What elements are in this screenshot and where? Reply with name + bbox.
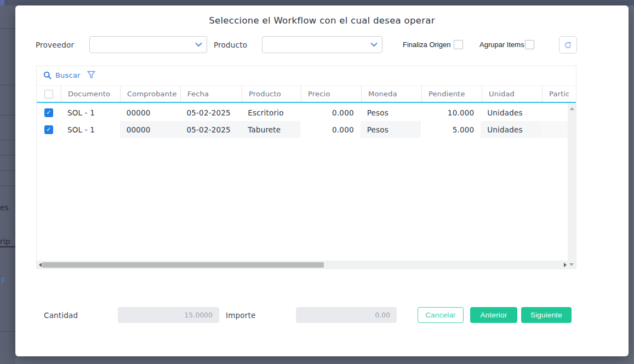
workflow-dialog: Seleccione el Workflow con el cual desea… — [15, 5, 629, 356]
cell-pendiente: 5.000 — [421, 121, 481, 138]
proveedor-select[interactable] — [89, 36, 207, 53]
sidebar-divider — [0, 140, 15, 140]
sidebar-divider — [0, 170, 15, 171]
cell-partida — [541, 104, 568, 121]
sidebar-divider — [0, 155, 15, 155]
col-header-precio[interactable]: Precio — [301, 86, 361, 102]
next-button[interactable]: Siguiente — [521, 307, 572, 323]
background-underline — [0, 246, 15, 247]
chevron-down-icon — [370, 43, 378, 47]
col-header-documento[interactable]: Documento — [61, 86, 120, 102]
cell-precio: 0.000 — [300, 104, 361, 121]
cell-unidad: Unidades — [481, 104, 541, 121]
screen: es rip F Seleccione el Workflow con el c… — [0, 0, 634, 364]
col-header-fecha[interactable]: Fecha — [180, 86, 242, 102]
importe-input[interactable] — [296, 307, 397, 323]
horizontal-scrollbar[interactable] — [37, 261, 576, 269]
table-row[interactable]: ✓ SOL - 1 00000 05-02-2025 Escritorio 0.… — [37, 104, 568, 121]
cell-documento: SOL - 1 — [61, 121, 120, 138]
importe-label: Importe — [226, 307, 256, 323]
rotate-right-icon — [563, 40, 573, 50]
header-checkbox-cell — [37, 86, 61, 102]
select-all-checkbox[interactable] — [44, 90, 53, 99]
filter-funnel-icon[interactable] — [87, 71, 96, 79]
buscar-link[interactable]: Buscar — [55, 71, 81, 79]
agrupar-items-checkbox[interactable] — [525, 40, 534, 49]
background-top-accent — [0, 0, 4, 5]
cell-fecha: 05-02-2025 — [180, 121, 241, 138]
cantidad-input[interactable] — [118, 307, 219, 323]
sidebar-divider — [0, 331, 15, 332]
cell-precio: 0.000 — [300, 121, 361, 138]
col-header-partida[interactable]: Partida — [542, 86, 569, 102]
previous-button[interactable]: Anterior — [470, 307, 517, 323]
cell-producto: Taburete — [241, 121, 300, 138]
producto-label: Producto — [214, 36, 247, 53]
chevron-down-icon — [195, 43, 202, 47]
finaliza-origen-label: Finaliza Origen — [403, 36, 450, 53]
sidebar-divider — [0, 28, 15, 29]
cantidad-label: Cantidad — [44, 307, 78, 323]
background-text-fragment: es — [0, 203, 15, 212]
grid-header-row: Documento Comprobante Fecha Producto Pre… — [37, 85, 576, 103]
cell-moneda: Pesos — [361, 121, 421, 138]
sidebar-divider — [0, 85, 15, 85]
col-header-comprobante[interactable]: Comprobante — [120, 86, 180, 102]
check-icon: ✓ — [46, 126, 51, 133]
row-checkbox[interactable]: ✓ — [44, 108, 53, 117]
table-row[interactable]: ✓ SOL - 1 00000 05-02-2025 Taburete 0.00… — [37, 121, 568, 138]
producto-select[interactable] — [262, 36, 382, 53]
sidebar-divider — [0, 115, 15, 115]
agrupar-items-label: Agrupar Items — [479, 36, 524, 53]
cancel-button[interactable]: Cancelar — [418, 307, 464, 323]
background-sidebar — [0, 5, 15, 364]
scroll-left-arrow-icon[interactable] — [39, 263, 42, 267]
col-header-moneda[interactable]: Moneda — [361, 86, 421, 102]
cell-comprobante: 00000 — [120, 121, 180, 138]
sidebar-divider — [0, 186, 15, 186]
scroll-right-arrow-icon[interactable] — [564, 263, 567, 267]
col-header-pendiente[interactable]: Pendiente — [421, 86, 482, 102]
proveedor-label: Proveedor — [36, 36, 74, 53]
background-top-strip — [0, 0, 634, 5]
finaliza-origen-checkbox[interactable] — [454, 40, 463, 49]
scroll-up-arrow-icon[interactable] — [570, 107, 574, 110]
cell-pendiente: 10.000 — [421, 104, 481, 121]
workflow-grid: Buscar Documento Comprobante Fecha Produ… — [36, 66, 576, 269]
scroll-down-arrow-icon[interactable] — [569, 263, 574, 266]
cell-partida — [541, 121, 568, 138]
background-link-fragment: F — [1, 276, 16, 285]
cell-fecha: 05-02-2025 — [180, 104, 241, 121]
refresh-button[interactable] — [559, 36, 577, 54]
vertical-scrollbar[interactable] — [568, 103, 576, 261]
background-text-fragment: rip — [0, 237, 15, 246]
col-header-unidad[interactable]: Unidad — [482, 86, 542, 102]
search-icon[interactable] — [43, 71, 52, 79]
cell-unidad: Unidades — [481, 121, 541, 138]
cell-documento: SOL - 1 — [61, 104, 120, 121]
horizontal-scroll-thumb[interactable] — [42, 262, 324, 268]
dialog-title: Seleccione el Workflow con el cual desea… — [15, 15, 629, 26]
col-header-producto[interactable]: Producto — [242, 86, 301, 102]
cell-producto: Escritorio — [241, 104, 300, 121]
cell-moneda: Pesos — [361, 104, 421, 121]
check-icon: ✓ — [46, 109, 51, 116]
cell-comprobante: 00000 — [120, 104, 180, 121]
row-checkbox[interactable]: ✓ — [44, 125, 53, 134]
grid-toolbar: Buscar — [37, 66, 576, 84]
